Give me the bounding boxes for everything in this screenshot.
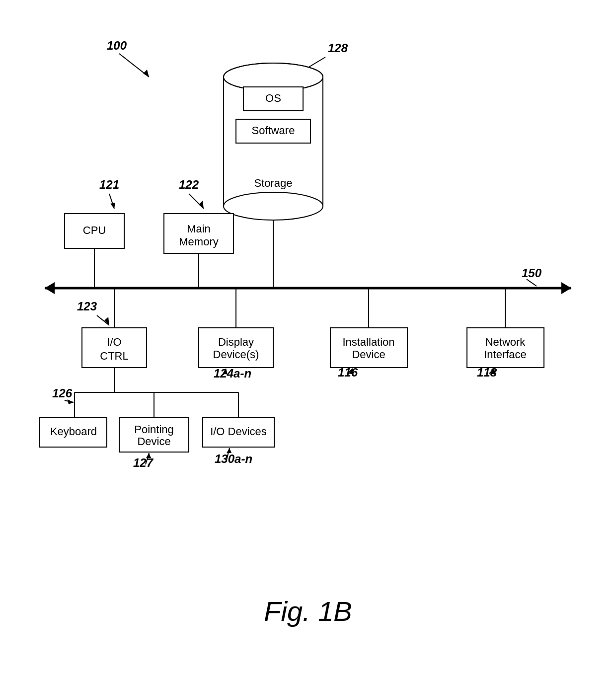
ref-126: 126 <box>52 386 73 400</box>
io-ctrl-line1: I/O <box>107 336 121 348</box>
keyboard-label: Keyboard <box>50 425 97 438</box>
svg-line-22 <box>527 279 537 286</box>
ref-128: 128 <box>328 41 348 55</box>
svg-point-9 <box>224 64 322 90</box>
diagram-container: 100 128 OS Software Storage 121 12 <box>0 0 616 683</box>
ref-130an: 130a-n <box>215 452 252 465</box>
svg-marker-14 <box>110 203 115 209</box>
network-interface-line1: Network <box>485 336 526 348</box>
installation-device-line1: Installation <box>342 336 394 348</box>
main-memory-line2: Memory <box>179 235 218 248</box>
storage-label: Storage <box>254 177 292 189</box>
main-memory-line1: Main <box>187 223 211 235</box>
ref-122: 122 <box>179 178 199 191</box>
pointing-device-line2: Device <box>137 435 170 448</box>
svg-marker-16 <box>199 201 204 209</box>
software-label: Software <box>252 124 295 137</box>
ref-116: 116 <box>338 366 358 379</box>
os-label: OS <box>265 92 281 104</box>
svg-marker-20 <box>45 282 55 294</box>
display-device-line2: Device(s) <box>213 348 259 361</box>
io-devices-label: I/O Devices <box>210 425 267 438</box>
network-interface-line2: Interface <box>484 348 527 361</box>
io-ctrl-line2: CTRL <box>100 350 128 362</box>
display-device-line1: Display <box>218 336 254 348</box>
pointing-device-line1: Pointing <box>134 423 174 436</box>
ref-127: 127 <box>133 456 154 469</box>
svg-marker-1 <box>143 70 149 77</box>
ref-124an: 124a-n <box>214 367 251 380</box>
figure-label: Fig. 1B <box>264 596 352 627</box>
ref-123: 123 <box>77 300 97 313</box>
svg-marker-27 <box>104 317 109 325</box>
ref-150: 150 <box>522 266 542 280</box>
installation-device-line2: Device <box>352 348 385 361</box>
ref-100: 100 <box>107 39 127 52</box>
cpu-label: CPU <box>83 224 106 236</box>
svg-point-7 <box>224 192 323 220</box>
svg-marker-21 <box>561 282 571 294</box>
ref-121: 121 <box>99 178 119 191</box>
